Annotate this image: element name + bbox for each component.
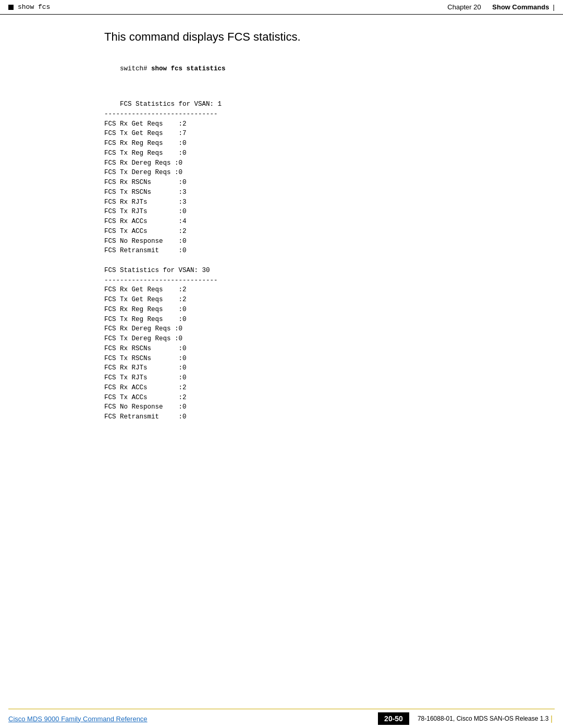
footer-right: 20-50 78-16088-01, Cisco MDS SAN-OS Rele… (378, 712, 555, 725)
footer-link[interactable]: Cisco MDS 9000 Family Command Reference (8, 715, 148, 723)
main-content: This command displays FCS statistics. sw… (0, 15, 563, 474)
footer-doc-reference: 78-16088-01, Cisco MDS SAN-OS Release 1.… (418, 715, 548, 722)
header-bar: show fcs Chapter 20 Show Commands | (0, 0, 563, 15)
section-marker (8, 5, 14, 10)
command-text: show fcs statistics (151, 65, 226, 72)
output-block: FCS Statistics for VSAN: 1 -------------… (104, 90, 480, 431)
footer: Cisco MDS 9000 Family Command Reference … (0, 709, 563, 728)
chapter-prefix: Chapter 20 (447, 3, 481, 11)
section-label: show fcs (18, 3, 50, 11)
header-right: Chapter 20 Show Commands | (447, 3, 555, 11)
page-heading: This command displays FCS statistics. (104, 30, 480, 44)
footer-end-bar: | (550, 714, 553, 723)
header-left: show fcs (8, 3, 50, 11)
command-block: switch# show fcs statistics (104, 54, 480, 83)
page-number: 20-50 (378, 712, 409, 725)
output-text: FCS Statistics for VSAN: 1 -------------… (104, 101, 222, 421)
command-prompt: switch# (120, 65, 151, 72)
chapter-title: Show Commands (492, 3, 549, 11)
footer-content: Cisco MDS 9000 Family Command Reference … (0, 709, 563, 728)
